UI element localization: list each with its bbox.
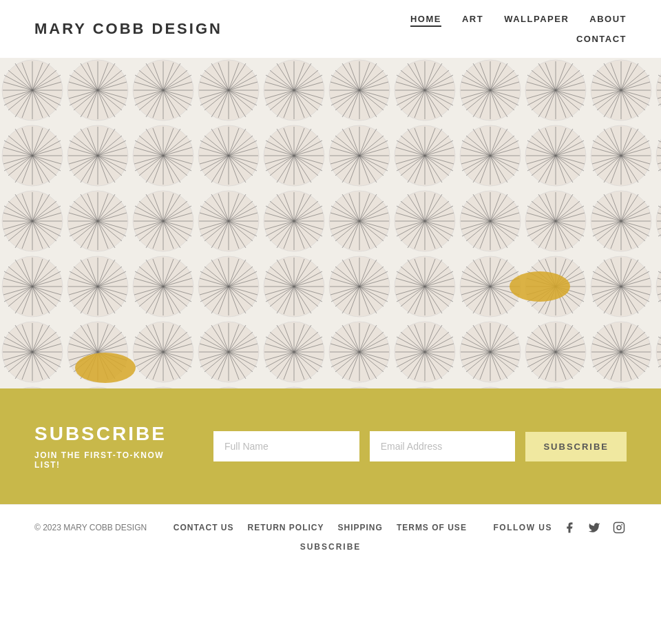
footer-subscribe-link[interactable]: SUBSCRIBE [300,542,361,552]
email-input[interactable] [370,431,516,461]
site-title: MARY COBB DESIGN [34,20,222,38]
footer-link-shipping[interactable]: SHIPPING [338,523,383,532]
footer-link-contact[interactable]: CONTACT US [174,523,234,532]
footer-link-terms[interactable]: TERMS OF USE [397,523,467,532]
facebook-icon[interactable] [562,520,577,535]
instagram-icon[interactable] [611,520,627,535]
subscribe-subtext: JOIN THE FIRST-TO-KNOW LIST! [34,450,186,470]
site-header: MARY COBB DESIGN HOME ART WALLPAPER ABOU… [0,0,661,58]
subscribe-button[interactable]: SUBSCRIBE [525,432,627,461]
svg-rect-29 [0,58,661,388]
nav-about[interactable]: ABOUT [589,14,627,27]
subscribe-section: SUBSCRIBE JOIN THE FIRST-TO-KNOW LIST! S… [0,388,661,504]
svg-point-31 [617,526,621,530]
footer-links: CONTACT US RETURN POLICY SHIPPING TERMS … [174,523,467,532]
footer-copyright: © 2023 MARY COBB DESIGN [34,523,147,532]
nav-contact[interactable]: CONTACT [576,34,627,44]
main-nav: HOME ART WALLPAPER ABOUT CONTACT [406,14,627,44]
nav-wallpaper[interactable]: WALLPAPER [504,14,569,27]
hero-image [0,58,661,388]
subscribe-form: SUBSCRIBE [213,431,627,461]
svg-rect-30 [613,523,624,533]
footer-social: FOLLOW US [493,520,627,535]
subscribe-text-block: SUBSCRIBE JOIN THE FIRST-TO-KNOW LIST! [34,423,186,470]
footer-link-return-policy[interactable]: RETURN POLICY [248,523,324,532]
subscribe-heading: SUBSCRIBE [34,423,186,445]
nav-home[interactable]: HOME [410,14,441,27]
twitter-icon[interactable] [587,520,602,535]
follow-us-label: FOLLOW US [493,523,552,532]
site-footer: © 2023 MARY COBB DESIGN CONTACT US RETUR… [0,504,661,567]
nav-art[interactable]: ART [462,14,483,27]
footer-top-row: © 2023 MARY COBB DESIGN CONTACT US RETUR… [34,520,627,535]
svg-point-32 [621,524,622,526]
full-name-input[interactable] [213,431,359,461]
